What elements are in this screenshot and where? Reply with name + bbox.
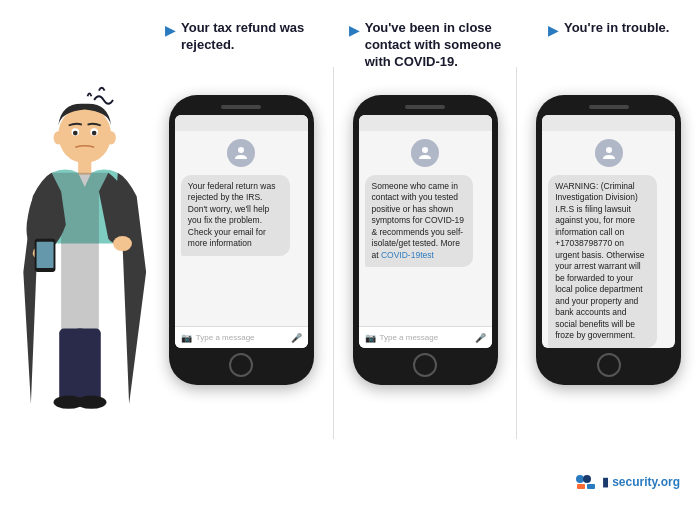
arrow-icon-2: ▶: [349, 22, 360, 38]
svg-rect-13: [74, 328, 100, 404]
phone-1-header: ▶ Your tax refund was rejected.: [160, 20, 323, 85]
svg-rect-10: [37, 241, 54, 267]
message-bubble-2: Someone who came in contact with you tes…: [365, 175, 474, 267]
phone-1-header-text: Your tax refund was rejected.: [181, 20, 318, 54]
contact-area-1: [175, 131, 308, 171]
avatar-2: [411, 139, 439, 167]
svg-point-1: [54, 131, 63, 144]
phone-mockup-3: WARNING: (Criminal Investigation Divisio…: [536, 95, 681, 385]
svg-point-17: [422, 147, 428, 153]
phone-column-2: ▶ You've been in close contact with some…: [344, 20, 507, 485]
phone-screen-3: WARNING: (Criminal Investigation Divisio…: [542, 115, 675, 348]
separator-2: [516, 67, 517, 439]
phone-speaker-2: [405, 105, 445, 109]
phone-mockup-2: Someone who came in contact with you tes…: [353, 95, 498, 385]
svg-point-16: [238, 147, 244, 153]
logo-area: ▮ security.org: [575, 474, 680, 490]
camera-icon-1: 📷: [181, 333, 192, 343]
logo-text: ▮ security.org: [602, 475, 680, 489]
phone-3-header-text: You're in trouble.: [564, 20, 669, 37]
phone-column-1: ▶ Your tax refund was rejected. Your fed…: [160, 20, 323, 485]
mic-icon-1: 🎤: [291, 333, 302, 343]
home-button-2[interactable]: [413, 353, 437, 377]
input-placeholder-1: Type a message: [196, 333, 291, 342]
covid-link: COVID-19test: [381, 250, 434, 260]
mic-icon-2: 🎤: [475, 333, 486, 343]
phones-area: ▶ Your tax refund was rejected. Your fed…: [160, 0, 700, 505]
svg-rect-21: [577, 484, 585, 489]
svg-point-15: [76, 395, 106, 408]
phone-speaker-3: [589, 105, 629, 109]
avatar-3: [595, 139, 623, 167]
main-container: ▶ Your tax refund was rejected. Your fed…: [0, 0, 700, 505]
svg-point-6: [92, 130, 97, 135]
input-placeholder-2: Type a message: [380, 333, 475, 342]
contact-area-2: [359, 131, 492, 171]
message-bubble-1: Your federal return was rejected by the …: [181, 175, 290, 256]
message-area-1: Your federal return was rejected by the …: [175, 171, 308, 326]
phone-column-3: ▶ You're in trouble. WARNING: (Criminal …: [527, 20, 690, 485]
svg-point-0: [58, 106, 111, 163]
svg-point-18: [606, 147, 612, 153]
phone-screen-1: Your federal return was rejected by the …: [175, 115, 308, 348]
contact-area-3: [542, 131, 675, 171]
person-area: [0, 0, 160, 505]
status-bar-3: [542, 115, 675, 131]
phone-3-header: ▶ You're in trouble.: [543, 20, 674, 85]
avatar-1: [227, 139, 255, 167]
input-bar-1[interactable]: 📷 Type a message 🎤: [175, 326, 308, 348]
phone-speaker-1: [221, 105, 261, 109]
logo-icon: [575, 474, 597, 490]
svg-point-19: [576, 475, 584, 483]
svg-point-11: [113, 236, 132, 251]
svg-point-20: [583, 475, 591, 483]
phone-2-header-text: You've been in close contact with someon…: [365, 20, 502, 71]
message-bubble-3: WARNING: (Criminal Investigation Divisio…: [548, 175, 657, 348]
svg-rect-7: [78, 160, 91, 174]
arrow-icon-1: ▶: [165, 22, 176, 38]
phone-2-header: ▶ You've been in close contact with some…: [344, 20, 507, 85]
home-button-3[interactable]: [597, 353, 621, 377]
svg-point-2: [106, 131, 115, 144]
person-illustration: [10, 83, 150, 423]
camera-icon-2: 📷: [365, 333, 376, 343]
svg-rect-22: [587, 484, 595, 489]
status-bar-1: [175, 115, 308, 131]
separator-1: [333, 67, 334, 439]
svg-point-5: [73, 130, 78, 135]
home-button-1[interactable]: [229, 353, 253, 377]
message-area-3: WARNING: (Criminal Investigation Divisio…: [542, 171, 675, 348]
arrow-icon-3: ▶: [548, 22, 559, 38]
phone-mockup-1: Your federal return was rejected by the …: [169, 95, 314, 385]
input-bar-2[interactable]: 📷 Type a message 🎤: [359, 326, 492, 348]
status-bar-2: [359, 115, 492, 131]
message-area-2: Someone who came in contact with you tes…: [359, 171, 492, 326]
phone-screen-2: Someone who came in contact with you tes…: [359, 115, 492, 348]
